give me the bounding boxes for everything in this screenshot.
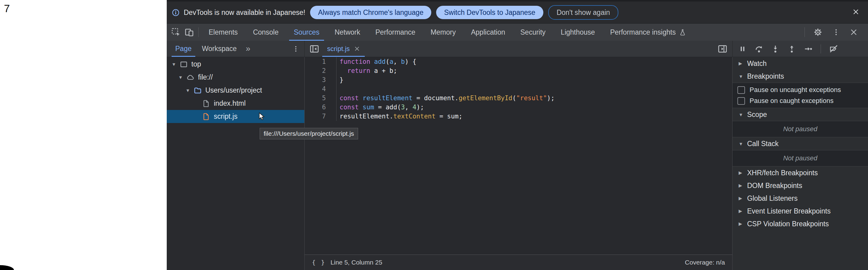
sources-panel-content: ▼top▼file://▼Users/user/projectindex.htm…	[167, 57, 868, 270]
triangle-right-icon[interactable]: ▶	[739, 221, 747, 227]
tree-item-label: file://	[198, 73, 213, 81]
code-line: 2 return a + b;	[305, 66, 732, 75]
expander-icon[interactable]: ▼	[178, 75, 186, 80]
kebab-menu-icon[interactable]	[832, 28, 840, 36]
tree-item-label: script.js	[214, 112, 238, 121]
tab-network[interactable]: Network	[327, 24, 368, 41]
device-toolbar-icon[interactable]	[184, 27, 194, 37]
triangle-down-icon[interactable]: ▼	[739, 74, 747, 79]
line-number[interactable]: 1	[305, 57, 337, 66]
frame-icon	[180, 60, 188, 69]
navigator-more-icon[interactable]	[292, 45, 300, 53]
tree-item-top[interactable]: ▼top	[167, 58, 304, 71]
expander-icon[interactable]: ▼	[186, 88, 193, 93]
line-number[interactable]: 7	[305, 112, 337, 121]
sidebar-section-label: DOM Breakpoints	[747, 182, 802, 190]
sidebar-section-breakpoints[interactable]: ▼Breakpoints	[733, 70, 868, 83]
browser-page-background: 7	[0, 0, 167, 270]
cloud-icon	[186, 73, 195, 82]
overflow-tabs-icon[interactable]: »	[246, 44, 250, 54]
editor-tab-script-js[interactable]: script.js	[322, 41, 365, 57]
status-bar-left: { } Line 5, Column 25	[312, 259, 382, 266]
settings-gear-icon[interactable]	[813, 28, 823, 37]
not-paused-status: Not paused	[733, 121, 868, 137]
code-line: 6const sum = add(3, 4);	[305, 103, 732, 112]
line-number[interactable]: 2	[305, 66, 337, 75]
line-number[interactable]: 3	[305, 75, 337, 84]
tab-performance-insights[interactable]: Performance insights	[602, 24, 694, 41]
tab-elements[interactable]: Elements	[201, 24, 245, 41]
code-editor-pane: 1function add(a, b) {2 return a + b;3}45…	[305, 57, 733, 270]
infobar-buttons: Always match Chrome's languageSwitch Dev…	[310, 5, 618, 20]
tab-memory[interactable]: Memory	[423, 24, 463, 41]
sidebar-section-scope[interactable]: ▼Scope	[733, 108, 868, 121]
tab-performance[interactable]: Performance	[368, 24, 423, 41]
tab-label: Sources	[294, 28, 319, 36]
code-editor[interactable]: 1function add(a, b) {2 return a + b;3}45…	[305, 57, 732, 254]
triangle-down-icon[interactable]: ▼	[739, 141, 747, 146]
step-out-icon[interactable]	[787, 44, 796, 54]
devtools-close-icon[interactable]	[850, 28, 858, 36]
step-into-icon[interactable]	[771, 44, 780, 54]
infobar-close-icon[interactable]	[852, 8, 860, 16]
tree-item-index-html[interactable]: index.html	[167, 97, 304, 110]
sidebar-section-watch[interactable]: ▶Watch	[733, 57, 868, 70]
toggle-navigator-panel-icon[interactable]	[309, 44, 319, 54]
file-orange-icon	[202, 112, 211, 121]
file-tree: ▼top▼file://▼Users/user/projectindex.htm…	[167, 57, 304, 123]
expander-icon[interactable]: ▼	[172, 62, 180, 67]
flask-icon	[679, 29, 686, 36]
step-icon[interactable]	[804, 44, 813, 54]
infobar-button-don-t-show-again[interactable]: Don't show again	[548, 5, 619, 20]
sidebar-section-csp-violation-breakpoints[interactable]: ▶CSP Violation Breakpoints	[733, 217, 868, 230]
pause-script-icon[interactable]	[738, 44, 747, 54]
sidebar-section-call-stack[interactable]: ▼Call Stack	[733, 137, 868, 150]
tab-console[interactable]: Console	[245, 24, 286, 41]
infobar: DevTools is now available in Japanese! A…	[167, 0, 868, 24]
inspect-element-icon[interactable]	[171, 27, 181, 37]
triangle-right-icon[interactable]: ▶	[739, 170, 747, 176]
checkbox[interactable]	[737, 97, 745, 105]
code-line: 7resultElement.textContent = sum;	[305, 112, 732, 121]
sidebar-section-global-listeners[interactable]: ▶Global Listeners	[733, 192, 868, 205]
tab-label: Application	[471, 28, 505, 36]
sidebar-section-xhr-fetch-breakpoints[interactable]: ▶XHR/fetch Breakpoints	[733, 167, 868, 179]
line-number[interactable]: 4	[305, 84, 337, 94]
tab-security[interactable]: Security	[513, 24, 553, 41]
tree-item-users-user-project[interactable]: ▼Users/user/project	[167, 84, 304, 97]
line-number[interactable]: 5	[305, 94, 337, 103]
tab-sources[interactable]: Sources	[286, 24, 327, 41]
tab-lighthouse[interactable]: Lighthouse	[553, 24, 602, 41]
code-line: 5const resultElement = document.getEleme…	[305, 94, 732, 103]
triangle-right-icon[interactable]: ▶	[739, 61, 747, 66]
triangle-right-icon[interactable]: ▶	[739, 196, 747, 201]
tree-item-file[interactable]: ▼file://	[167, 71, 304, 84]
navigator-tab-workspace[interactable]: Workspace	[199, 41, 239, 57]
line-number[interactable]: 6	[305, 103, 337, 112]
tab-label: Console	[253, 28, 279, 36]
tree-item-script-js[interactable]: script.js	[167, 110, 304, 123]
deactivate-breakpoints-icon[interactable]	[829, 44, 839, 54]
step-over-icon[interactable]	[754, 44, 764, 54]
code-line-text: resultElement.textContent = sum;	[337, 113, 463, 120]
code-line: 1function add(a, b) {	[305, 57, 732, 66]
infobar-button-always-match-chrome-s-language[interactable]: Always match Chrome's language	[310, 6, 431, 19]
checkbox[interactable]	[737, 86, 745, 94]
triangle-down-icon[interactable]: ▼	[739, 112, 747, 117]
tab-application[interactable]: Application	[463, 24, 513, 41]
code-line-text: const resultElement = document.getElemen…	[337, 94, 555, 102]
code-line-text: function add(a, b) {	[337, 58, 416, 65]
tree-item-label: index.html	[214, 99, 246, 108]
infobar-button-switch-devtools-to-japanese[interactable]: Switch DevTools to Japanese	[436, 6, 543, 19]
sidebar-section-dom-breakpoints[interactable]: ▶DOM Breakpoints	[733, 179, 868, 192]
navigator-tab-page[interactable]: Page	[173, 41, 194, 57]
checkbox-row-pause-on-uncaught-exceptions[interactable]: Pause on uncaught exceptions	[733, 84, 868, 95]
pretty-print-braces-icon[interactable]: { }	[312, 259, 326, 266]
sidebar-section-event-listener-breakpoints[interactable]: ▶Event Listener Breakpoints	[733, 205, 868, 217]
checkbox-row-pause-on-caught-exceptions[interactable]: Pause on caught exceptions	[733, 95, 868, 106]
editor-tab-close-icon[interactable]	[354, 46, 360, 52]
toggle-debugger-panel-icon[interactable]	[718, 44, 727, 54]
file-icon	[202, 99, 211, 108]
triangle-right-icon[interactable]: ▶	[739, 208, 747, 214]
triangle-right-icon[interactable]: ▶	[739, 183, 747, 188]
